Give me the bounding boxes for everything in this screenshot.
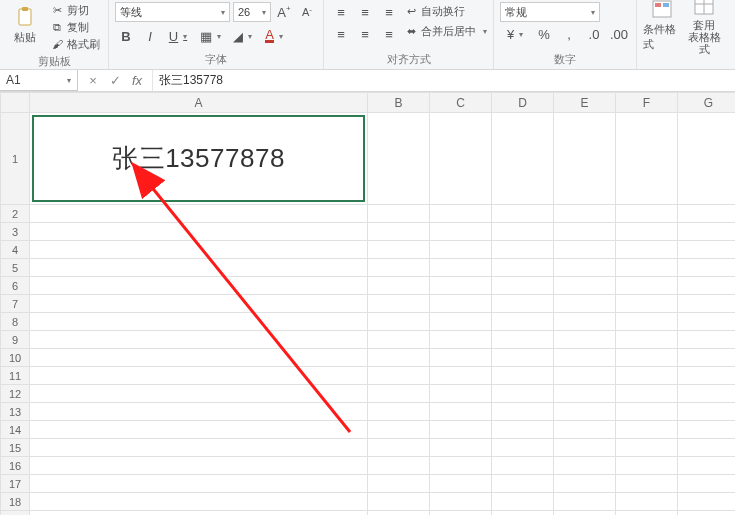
cell-G17[interactable] [678,475,736,493]
cell-F16[interactable] [616,457,678,475]
cell-A12[interactable] [30,385,368,403]
cell-A15[interactable] [30,439,368,457]
increase-decimal-button[interactable]: .0 [583,24,605,44]
row-header-16[interactable]: 16 [1,457,30,475]
cell-D14[interactable] [492,421,554,439]
row-header-13[interactable]: 13 [1,403,30,421]
cell-F5[interactable] [616,259,678,277]
cell-E7[interactable] [554,295,616,313]
cell-A7[interactable] [30,295,368,313]
cell-D5[interactable] [492,259,554,277]
cell-B19[interactable] [368,511,430,516]
cell-E14[interactable] [554,421,616,439]
cell-D8[interactable] [492,313,554,331]
cell-D9[interactable] [492,331,554,349]
cell-E13[interactable] [554,403,616,421]
paste-button[interactable]: 粘贴 [6,2,44,48]
currency-button[interactable]: ¥▾ [500,24,530,44]
cell-F19[interactable] [616,511,678,516]
cell-F17[interactable] [616,475,678,493]
cell-E18[interactable] [554,493,616,511]
decrease-font-button[interactable]: A - [297,2,317,22]
decrease-decimal-button[interactable]: .00 [608,24,630,44]
row-header-9[interactable]: 9 [1,331,30,349]
cell-C15[interactable] [430,439,492,457]
cell-D3[interactable] [492,223,554,241]
cell-E19[interactable] [554,511,616,516]
cell-D15[interactable] [492,439,554,457]
cell-F4[interactable] [616,241,678,259]
align-center-button[interactable]: ≡ [354,24,376,44]
cell-A18[interactable] [30,493,368,511]
cell-F6[interactable] [616,277,678,295]
cell-E8[interactable] [554,313,616,331]
cell-C5[interactable] [430,259,492,277]
row-header-2[interactable]: 2 [1,205,30,223]
cell-B14[interactable] [368,421,430,439]
cell-A14[interactable] [30,421,368,439]
cell-A17[interactable] [30,475,368,493]
row-header-8[interactable]: 8 [1,313,30,331]
cell-C6[interactable] [430,277,492,295]
cell-C11[interactable] [430,367,492,385]
select-all-corner[interactable] [1,93,30,113]
cell-C1[interactable] [430,113,492,205]
cell-A5[interactable] [30,259,368,277]
bold-button[interactable]: B [115,26,137,46]
cell-E10[interactable] [554,349,616,367]
cell-G2[interactable] [678,205,736,223]
cell-A10[interactable] [30,349,368,367]
row-header-18[interactable]: 18 [1,493,30,511]
border-button[interactable]: ▦▾ [195,26,225,46]
cell-B1[interactable] [368,113,430,205]
cell-C4[interactable] [430,241,492,259]
cell-G12[interactable] [678,385,736,403]
cell-G19[interactable] [678,511,736,516]
increase-font-button[interactable]: A + [274,2,294,22]
underline-button[interactable]: U▾ [163,26,193,46]
row-header-1[interactable]: 1 [1,113,30,205]
row-header-14[interactable]: 14 [1,421,30,439]
cell-B18[interactable] [368,493,430,511]
cell-A8[interactable] [30,313,368,331]
cell-G13[interactable] [678,403,736,421]
cell-G11[interactable] [678,367,736,385]
row-header-3[interactable]: 3 [1,223,30,241]
cell-F10[interactable] [616,349,678,367]
cell-E2[interactable] [554,205,616,223]
cell-A13[interactable] [30,403,368,421]
cell-F13[interactable] [616,403,678,421]
cell-G7[interactable] [678,295,736,313]
cell-E3[interactable] [554,223,616,241]
table-format-button[interactable]: 套用 表格格式 [685,2,723,48]
cell-B9[interactable] [368,331,430,349]
cell-G14[interactable] [678,421,736,439]
cell-D16[interactable] [492,457,554,475]
row-header-17[interactable]: 17 [1,475,30,493]
cell-B17[interactable] [368,475,430,493]
align-middle-button[interactable]: ≡ [354,2,376,22]
cell-C9[interactable] [430,331,492,349]
number-format-combo[interactable]: 常规 ▾ [500,2,600,22]
cell-G1[interactable] [678,113,736,205]
cell-D12[interactable] [492,385,554,403]
row-header-5[interactable]: 5 [1,259,30,277]
col-header-G[interactable]: G [678,93,736,113]
cell-E9[interactable] [554,331,616,349]
cell-G5[interactable] [678,259,736,277]
cell-B2[interactable] [368,205,430,223]
col-header-A[interactable]: A [30,93,368,113]
cell-B7[interactable] [368,295,430,313]
cell-C14[interactable] [430,421,492,439]
cell-C8[interactable] [430,313,492,331]
cell-G10[interactable] [678,349,736,367]
cell-A2[interactable] [30,205,368,223]
name-box[interactable]: A1 ▾ [0,70,78,91]
row-header-11[interactable]: 11 [1,367,30,385]
row-header-12[interactable]: 12 [1,385,30,403]
cell-B8[interactable] [368,313,430,331]
cell-C18[interactable] [430,493,492,511]
cell-E16[interactable] [554,457,616,475]
cell-C2[interactable] [430,205,492,223]
cell-B11[interactable] [368,367,430,385]
